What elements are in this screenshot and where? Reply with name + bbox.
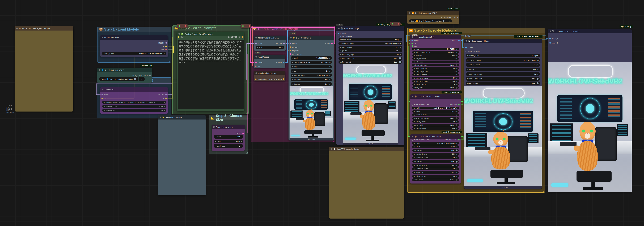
port-dot-icon[interactable] [458,40,460,41]
widget-quality[interactable]: ◀qualitymax▶ [466,68,540,71]
input-port-conditioning[interactable]: conditioning [255,78,266,80]
collapse-dot-icon[interactable] [409,12,410,14]
collapsed-node[interactable] [241,24,252,28]
increment-arrow-icon[interactable]: ▶ [164,102,165,103]
collapse-dot-icon[interactable] [466,40,467,42]
collapse-square-icon[interactable] [550,30,551,32]
port-dot-icon[interactable] [283,78,284,80]
collapse-dot-icon[interactable] [256,72,257,74]
node-header[interactable]: 📦Load SeedVR2 DiT Model [410,94,461,99]
node-toggle-upscaler[interactable]: 🔼Toggle Upscaler ON/OFFOPT_CONNECTIONEna… [407,11,459,24]
increment-arrow-icon[interactable]: ▶ [456,74,458,76]
increment-arrow-icon[interactable]: ▶ [330,74,330,76]
toggle-circle[interactable] [456,64,458,66]
decrement-arrow-icon[interactable]: ◀ [414,168,414,170]
input-port-vae[interactable]: vae [255,65,260,67]
widget-filename_prefix[interactable]: filename_prefixZ-Image-L [338,38,402,41]
input-port-extra_metadata[interactable]: extra_metadata [338,35,352,37]
decrement-arrow-icon[interactable]: ◀ [414,111,414,112]
widget-metadata_scope[interactable]: ◀metadata_scopefull▶ [338,53,402,56]
increment-arrow-icon[interactable]: ▶ [456,68,458,69]
increment-arrow-icon[interactable]: ▶ [456,176,458,177]
toggle-circle[interactable] [456,87,458,88]
increment-arrow-icon[interactable]: ▶ [538,69,538,70]
port-dot-icon[interactable] [166,46,167,47]
widget-enable-row[interactable]: Enable 📘 Step 1 - Load LoRA (Optional)no… [99,77,145,81]
increment-arrow-icon[interactable]: ▶ [330,70,330,72]
node-header[interactable]: 🔍Compare: Base vs Upscaled [548,29,632,33]
output-port-SEEDVR2_VAE[interactable]: SEEDVR2_VAE [445,139,460,141]
port-dot-icon[interactable] [255,43,256,44]
node-header[interactable]: Load LoRA [100,87,168,92]
port-dot-icon[interactable] [149,75,150,76]
increment-arrow-icon[interactable]: ▶ [456,55,458,56]
output-dot-icon[interactable] [398,23,399,24]
increment-arrow-icon[interactable]: ▶ [456,121,458,122]
decrement-arrow-icon[interactable]: ◀ [292,70,293,72]
port-dot-icon[interactable] [549,38,551,40]
port-dot-icon[interactable] [166,94,167,96]
decrement-arrow-icon[interactable]: ◀ [414,71,414,72]
node-empty-latent[interactable]: Empty Latent ImageLATENT◀width832▶◀heigh… [212,125,245,151]
input-port-image_a[interactable]: image_a [549,38,558,40]
jump-arrow-button[interactable]: ➡ [446,20,452,22]
widget-cache_model[interactable]: cache_modelfalse [412,124,459,126]
node-load-dit[interactable]: 📦Load SeedVR2 DiT Modeltorch_compile_arg… [410,94,461,130]
input-port-torch_compile_args[interactable]: torch_compile_args [412,139,429,141]
increment-arrow-icon[interactable]: ▶ [456,77,458,79]
widget-scheduler[interactable]: ◀schedulerbeta▶ [290,78,332,82]
port-dot-icon[interactable] [412,104,413,106]
input-port-vae[interactable]: vae [412,45,417,47]
increment-arrow-icon[interactable]: ▶ [164,106,165,107]
widget-device[interactable]: ◀devicecuda:0▶ [412,146,459,148]
increment-arrow-icon[interactable]: ▶ [456,114,458,116]
widget-cache_model[interactable]: cache_modelfalse [412,178,459,181]
node-load-checkpoint[interactable]: Load CheckpointMODELCLIPVAE◀ckpt_namez-i… [100,35,168,57]
widget-decode_tile_size[interactable]: ◀decode_tile_size1024▶ [412,164,459,167]
widget-subdirectory_name[interactable]: subdirectory_name%date:yyyy-MM-dd% [338,42,402,45]
toggle-circle[interactable] [456,117,458,119]
widget-decode_tile_overlap[interactable]: ◀decode_tile_overlap128▶ [412,168,459,170]
increment-arrow-icon[interactable]: ▶ [164,110,165,111]
collapse-dot-icon[interactable] [99,69,100,71]
port-dot-icon[interactable] [166,98,167,99]
widget-swap_io_components[interactable]: swap_io_componentsfalse [412,117,459,120]
collapse-dot-icon[interactable] [290,37,292,38]
toggle-circle[interactable] [536,78,538,80]
increment-arrow-icon[interactable]: ▶ [241,145,242,147]
increment-arrow-icon[interactable]: ▶ [456,48,458,50]
node-header[interactable]: 💾Save Upscaled Image [464,39,542,43]
widget-decode_tiled[interactable]: decode_tiledtrue [412,160,459,163]
collapsed-node[interactable] [390,22,401,26]
widget-control-after-generate[interactable]: ◀control after generaterandomize▶ [290,61,332,64]
decrement-arrow-icon[interactable]: ◀ [340,46,341,48]
decrement-arrow-icon[interactable]: ◀ [414,84,414,85]
node-header[interactable]: Empty Latent Image [212,125,245,129]
widget-device[interactable]: ◀devicecuda:0▶ [412,110,459,113]
input-port-model[interactable]: model [290,42,297,44]
widget-encode_tiled[interactable]: encode_tiledtrue [412,149,459,152]
increment-arrow-icon[interactable]: ▶ [456,128,458,129]
decrement-arrow-icon[interactable]: ◀ [414,74,414,76]
decrement-arrow-icon[interactable]: ◀ [414,164,414,166]
group-resize-handle[interactable] [246,112,248,114]
widget-prefer_nearest[interactable]: prefer_nearesttrue [466,82,540,85]
port-dot-icon[interactable] [412,139,413,140]
port-dot-icon[interactable] [255,62,256,63]
widget-color_correction[interactable]: ◀color_correctionlab▶ [412,67,459,70]
decrement-arrow-icon[interactable]: ◀ [292,66,293,67]
node-model-sampling[interactable]: ModelSamplingAuraFl...modelMODEL◀shift3.… [254,36,286,51]
node-header[interactable]: 🎨Base Generation [288,36,334,40]
increment-arrow-icon[interactable]: ▶ [241,136,242,138]
output-dot-icon[interactable] [185,25,186,27]
increment-arrow-icon[interactable]: ▶ [538,64,538,66]
widget-uniform_batch_size[interactable]: uniform_batch_sizefalse [412,64,459,66]
widget-sampler_name[interactable]: ◀sampler_nameeuler_ancestral▶ [290,74,332,77]
increment-arrow-icon[interactable]: ▶ [400,46,401,48]
input-port-samples[interactable]: samples [255,62,264,64]
widget-shift[interactable]: ◀shift3.00▶ [256,46,284,49]
widget-strength_clip[interactable]: ◀strength_clip1.00▶ [102,109,166,112]
port-dot-icon[interactable] [290,46,291,48]
widget-metadata_scope[interactable]: ◀metadata_scopefull▶ [466,72,540,76]
decrement-arrow-icon[interactable]: ◀ [104,106,104,107]
